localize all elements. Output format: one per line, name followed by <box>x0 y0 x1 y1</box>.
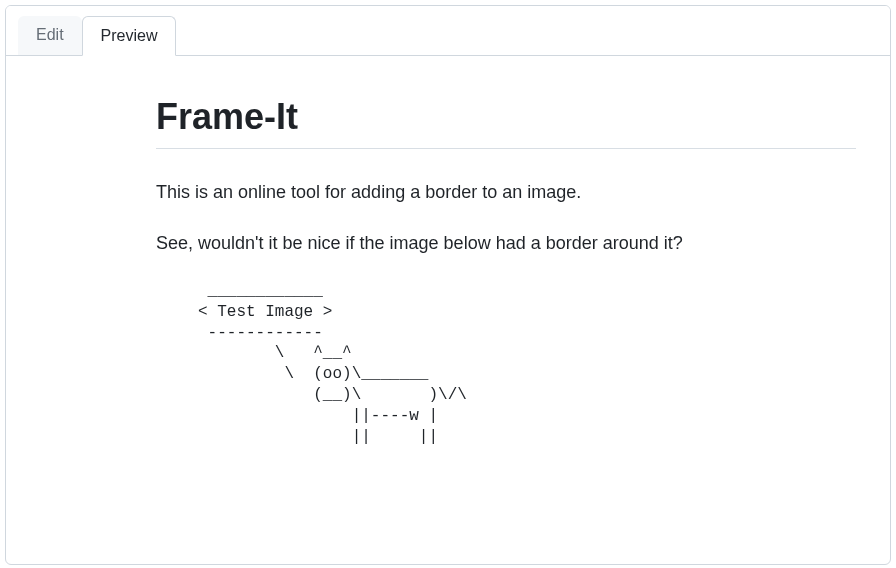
editor-container: Edit Preview Frame-It This is an online … <box>5 5 891 565</box>
tab-edit[interactable]: Edit <box>18 16 82 55</box>
preview-content: Frame-It This is an online tool for addi… <box>6 56 856 447</box>
description-paragraph: This is an online tool for adding a bord… <box>156 179 856 206</box>
question-paragraph: See, wouldn't it be nice if the image be… <box>156 230 856 257</box>
tab-bar: Edit Preview <box>6 6 890 56</box>
tab-preview[interactable]: Preview <box>82 16 177 56</box>
ascii-art-block: ____________ < Test Image > ------------… <box>198 281 856 447</box>
page-title: Frame-It <box>156 96 856 149</box>
